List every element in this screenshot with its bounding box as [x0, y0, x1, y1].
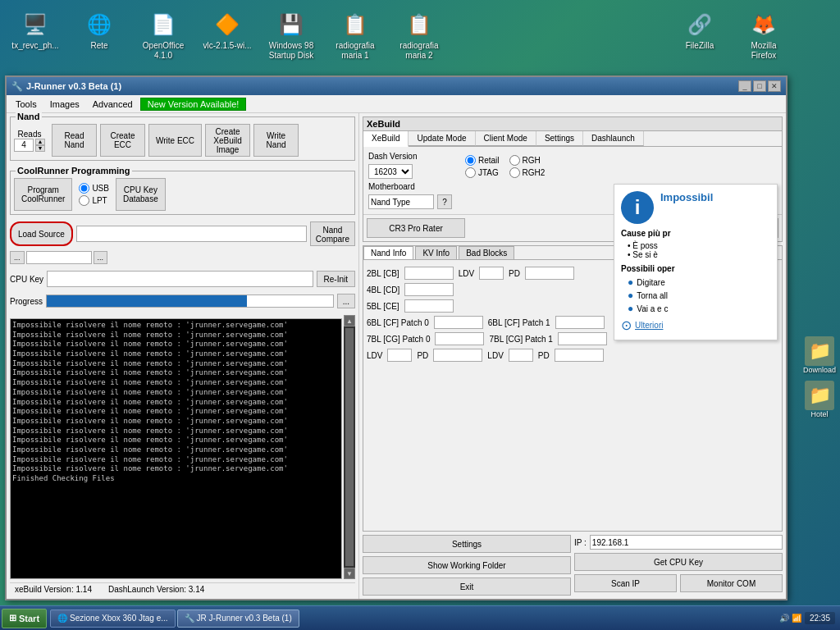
- ip-input[interactable]: [590, 535, 783, 550]
- tab-dashlaunch[interactable]: Dashlaunch: [583, 131, 644, 146]
- input-ldv2[interactable]: [387, 349, 412, 362]
- input-2bl[interactable]: [404, 267, 454, 280]
- scan-ip-button[interactable]: Scan IP: [574, 574, 677, 592]
- desktop-icon-firefox[interactable]: 🦊 Mozilla Firefox: [735, 7, 792, 64]
- input-5bl[interactable]: [404, 299, 454, 313]
- nand-compare-button[interactable]: NandCompare: [310, 221, 355, 246]
- tab-kv-info[interactable]: KV Info: [415, 246, 457, 259]
- lpt-radio[interactable]: [79, 195, 89, 206]
- new-version-button[interactable]: New Version Available!: [140, 98, 247, 111]
- start-button[interactable]: ⊞ Start: [2, 609, 47, 628]
- dash-version-select[interactable]: 16203: [368, 164, 413, 179]
- scroll-up-button[interactable]: ▲: [344, 315, 355, 326]
- desktop-icon-tx-revc[interactable]: 🖥️ tx_revc_ph...: [7, 7, 64, 64]
- get-cpu-key-button[interactable]: Get CPU Key: [574, 553, 783, 571]
- progress-btn[interactable]: ...: [337, 294, 355, 308]
- cpu-key-database-button[interactable]: CPU KeyDatabase: [116, 178, 166, 211]
- tab-update-mode[interactable]: Update Mode: [409, 131, 475, 146]
- settings-button[interactable]: Settings: [363, 535, 571, 553]
- nand-type-input[interactable]: [368, 194, 434, 209]
- desktop-icon-rete[interactable]: 🌐 Rete: [71, 7, 128, 64]
- load-source-input[interactable]: [76, 226, 307, 242]
- menu-images[interactable]: Images: [44, 97, 85, 112]
- input-7bl-p0[interactable]: [435, 332, 484, 345]
- reads-input[interactable]: [14, 139, 34, 152]
- tab-xebuild[interactable]: XeBuild: [363, 131, 409, 147]
- desktop-icon-hotel[interactable]: 📁 Hotel: [801, 379, 838, 420]
- close-button[interactable]: ✕: [768, 80, 781, 92]
- ulteriori-link[interactable]: Ulteriori: [635, 321, 663, 330]
- rgh2-radio[interactable]: [509, 167, 520, 178]
- retail-radio[interactable]: [465, 155, 476, 166]
- input-pd3[interactable]: [555, 349, 604, 362]
- re-init-button[interactable]: Re-Init: [317, 271, 355, 287]
- rgh-radio[interactable]: [509, 155, 520, 166]
- desktop-icon-download[interactable]: 📁 Download: [801, 335, 838, 376]
- radio1-icon: 📋: [340, 10, 370, 39]
- info-header: i Impossibil: [621, 191, 770, 224]
- input-pd1[interactable]: [525, 267, 574, 280]
- cpu-key-input[interactable]: [47, 271, 313, 287]
- minimize-button[interactable]: _: [738, 80, 751, 92]
- reads-up-button[interactable]: ▲: [35, 139, 45, 145]
- input-6bl-p0[interactable]: [434, 316, 483, 329]
- log-line-finished: Finished Checking Files: [12, 474, 340, 484]
- show-working-folder-button[interactable]: Show Working Folder: [363, 556, 571, 574]
- maximize-button[interactable]: □: [753, 80, 766, 92]
- log-line-4: Impossibile risolvere il nome remoto : '…: [12, 349, 340, 359]
- input-7bl-p1[interactable]: [558, 332, 607, 345]
- tab-settings[interactable]: Settings: [536, 131, 583, 146]
- desktop-icon-radio2[interactable]: 📋 radiografia maria 2: [390, 7, 448, 64]
- write-nand-button[interactable]: WriteNand: [253, 124, 299, 157]
- write-ecc-button[interactable]: Write ECC: [148, 124, 202, 157]
- scroll-down-button[interactable]: ▼: [344, 568, 355, 579]
- desktop-icon-filezilla[interactable]: 🔗 FileZilla: [671, 7, 728, 64]
- create-xebuild-button[interactable]: CreateXeBuildImage: [205, 124, 250, 157]
- menu-advanced[interactable]: Advanced: [87, 97, 139, 112]
- usb-radio[interactable]: [79, 183, 89, 194]
- cr3-pro-rater-button[interactable]: CR3 Pro Rater: [367, 218, 465, 238]
- scroll-thumb[interactable]: [345, 328, 354, 566]
- reads-value: ▲ ▼: [14, 139, 45, 152]
- reads-down-button[interactable]: ▼: [35, 145, 45, 152]
- main-content: Nand Reads ▲ ▼ ReadN: [7, 113, 786, 599]
- tab-bad-blocks[interactable]: Bad Blocks: [459, 246, 514, 259]
- exit-button[interactable]: Exit: [363, 578, 571, 596]
- tab-nand-info[interactable]: Nand Info: [363, 246, 413, 259]
- label-6bl-p1: 6BL [CF] Patch 1: [488, 318, 550, 327]
- read-nand-button[interactable]: ReadNand: [52, 124, 97, 157]
- jtag-radio[interactable]: [465, 167, 476, 178]
- log-scrollbar: ▲ ▼: [344, 315, 355, 579]
- monitor-com-button[interactable]: Monitor COM: [680, 574, 783, 592]
- label-4bl: 4BL [CD]: [367, 285, 399, 294]
- menu-tools[interactable]: Tools: [10, 97, 43, 112]
- desktop-icon-win98[interactable]: 💾 Windows 98 Startup Disk: [262, 7, 320, 64]
- log-line-9: Impossibile risolvere il nome remoto : '…: [12, 398, 340, 408]
- create-ecc-button[interactable]: CreateECC: [100, 124, 145, 157]
- edit-filter-button1[interactable]: ...: [10, 251, 25, 264]
- ulteriori-row[interactable]: ⊙ Ulteriori: [621, 317, 770, 333]
- input-6bl-p1[interactable]: [555, 316, 605, 329]
- input-pd2[interactable]: [433, 349, 482, 362]
- input-ldv1[interactable]: [479, 267, 504, 280]
- desktop-icon-vlc[interactable]: 🔶 vlc-2.1.5-wi...: [199, 7, 256, 64]
- right-panel: 📁 Download 📁 Hotel: [799, 0, 840, 605]
- taskbar-sezione-xbox[interactable]: 🌐 Sezione Xbox 360 Jtag e...: [50, 609, 176, 628]
- label-ldv1: LDV: [459, 269, 474, 278]
- input-ldv3[interactable]: [509, 349, 533, 362]
- coolrunner-section: CoolRunner Programming ProgramCoolRunner…: [10, 171, 355, 215]
- question-button[interactable]: ?: [437, 194, 452, 209]
- cause-item-1: • È poss: [628, 241, 770, 250]
- reads-label: Reads: [18, 130, 42, 139]
- tab-client-mode[interactable]: Client Mode: [476, 131, 536, 146]
- edit-filter-button2[interactable]: ...: [94, 251, 108, 264]
- load-source-button[interactable]: Load Source: [10, 221, 73, 246]
- desktop-icon-radio1[interactable]: 📋 radiografia maria 1: [326, 7, 384, 64]
- desktop-icon-openoffice[interactable]: 📄 OpenOffice 4.1.0: [135, 7, 192, 64]
- taskbar-j-runner[interactable]: 🔧 JR J-Runner v0.3 Beta (1): [177, 609, 299, 628]
- edit-filter-input[interactable]: [26, 251, 92, 264]
- lpt-radio-row: LPT: [79, 195, 109, 206]
- input-4bl[interactable]: [404, 283, 454, 296]
- xebuild-radio-group2: RGH RGH2: [509, 155, 546, 209]
- program-coolrunner-button[interactable]: ProgramCoolRunner: [14, 178, 72, 211]
